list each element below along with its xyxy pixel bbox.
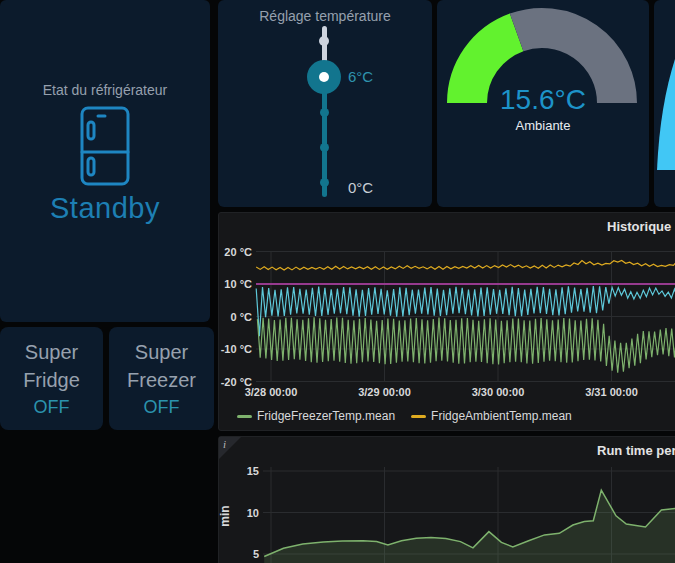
panel-runtime: i Run time per day min 15105: [218, 436, 675, 563]
slider-min-label: 0°C: [348, 179, 373, 196]
panel-fridge-state: Etat du réfrigérateur Standby: [0, 0, 210, 322]
svg-text:10: 10: [247, 507, 259, 519]
panel-title: Etat du réfrigérateur: [0, 82, 210, 98]
svg-text:3/29 00:00: 3/29 00:00: [358, 386, 411, 398]
svg-text:0 °C: 0 °C: [230, 311, 252, 323]
history-chart-plot[interactable]: 20 °C10 °C0 °C-10 °C-20 °C3/28 00:003/29…: [219, 213, 675, 432]
super-fridge-state: OFF: [34, 394, 70, 420]
panel-ambient-gauge: 15.6°C Ambiante: [437, 0, 649, 207]
panel-title: Réglage température: [218, 8, 432, 24]
legend-color-dash: [411, 415, 426, 418]
slider-tick-dot: [320, 108, 329, 117]
panel-freezer-gauge-partial: [654, 0, 675, 207]
slider-tick-dot: [320, 143, 329, 152]
svg-text:3/28 00:00: 3/28 00:00: [245, 386, 298, 398]
fridge-icon: [80, 106, 130, 186]
svg-text:3/31 00:00: 3/31 00:00: [585, 386, 638, 398]
ambient-gauge-label: Ambiante: [437, 118, 649, 133]
slider-tick-dot: [320, 178, 329, 187]
panel-super-freezer[interactable]: Super Freezer OFF: [109, 327, 214, 430]
legend-item[interactable]: FridgeFreezerTemp.mean: [237, 409, 395, 423]
history-legend: FridgeFreezerTemp.meanFridgeAmbientTemp.…: [237, 409, 572, 423]
super-freezer-state: OFF: [144, 394, 180, 420]
super-freezer-label-2: Freezer: [127, 366, 196, 394]
temp-slider-handle[interactable]: [307, 60, 341, 94]
slider-handle-dot: [319, 72, 329, 82]
panel-super-fridge[interactable]: Super Fridge OFF: [0, 327, 103, 430]
freezer-gauge-arc: [654, 0, 675, 207]
svg-text:5: 5: [253, 548, 259, 560]
svg-text:10 °C: 10 °C: [224, 278, 252, 290]
svg-text:-10 °C: -10 °C: [221, 343, 252, 355]
legend-item[interactable]: FridgeAmbientTemp.mean: [411, 409, 572, 423]
slider-selected-value: 6°C: [348, 68, 373, 85]
super-freezer-label-1: Super: [135, 338, 188, 366]
runtime-chart-plot[interactable]: 15105: [219, 437, 675, 563]
svg-text:15: 15: [247, 465, 259, 477]
slider-tick-dot: [319, 36, 329, 46]
fridge-dashboard: Etat du réfrigérateur Standby Super Frid…: [0, 0, 675, 563]
legend-label: FridgeAmbientTemp.mean: [431, 409, 572, 423]
svg-text:20 °C: 20 °C: [224, 246, 252, 258]
fridge-status-value: Standby: [0, 192, 210, 225]
legend-label: FridgeFreezerTemp.mean: [257, 409, 395, 423]
super-fridge-label-2: Fridge: [23, 366, 80, 394]
ambient-gauge-value: 15.6°C: [437, 84, 649, 116]
svg-text:3/30 00:00: 3/30 00:00: [472, 386, 525, 398]
legend-color-dash: [237, 415, 252, 418]
panel-temp-setting: Réglage température 6°C 0°C: [218, 0, 432, 207]
super-fridge-label-1: Super: [25, 338, 78, 366]
panel-history: Historique 20 °C10 °C0 °C-10 °C-20 °C3/2…: [218, 212, 675, 431]
